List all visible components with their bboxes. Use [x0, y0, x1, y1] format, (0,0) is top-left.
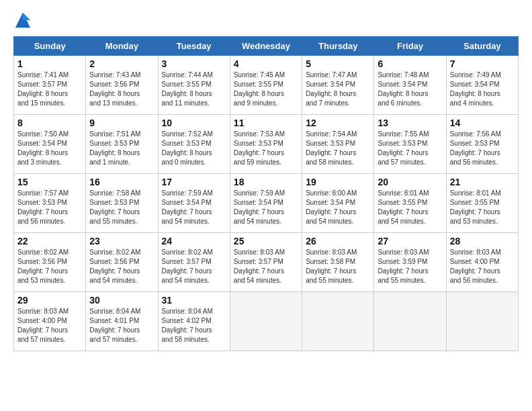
logo-icon [13, 11, 32, 30]
day-number: 29 [17, 295, 82, 306]
cell-text: Sunrise: 7:54 AMSunset: 3:53 PMDaylight:… [306, 130, 370, 167]
svg-marker-1 [23, 13, 30, 20]
day-number: 18 [234, 177, 298, 187]
day-number: 30 [89, 295, 154, 306]
day-cell: 31Sunrise: 8:04 AMSunset: 4:02 PMDayligh… [158, 292, 230, 351]
cell-text: Sunrise: 7:43 AMSunset: 3:56 PMDaylight:… [89, 71, 154, 108]
cell-text: Sunrise: 7:45 AMSunset: 3:55 PMDaylight:… [234, 71, 298, 108]
cell-text: Sunrise: 7:50 AMSunset: 3:54 PMDaylight:… [17, 130, 82, 167]
cell-text: Sunrise: 8:04 AMSunset: 4:02 PMDaylight:… [162, 307, 226, 345]
weekday-thursday: Thursday [302, 37, 374, 56]
day-number: 1 [17, 58, 82, 69]
cell-text: Sunrise: 8:03 AMSunset: 4:00 PMDaylight:… [450, 248, 515, 285]
day-number: 4 [234, 58, 298, 69]
day-cell: 23Sunrise: 8:02 AMSunset: 3:56 PMDayligh… [86, 233, 158, 292]
day-number: 23 [89, 236, 154, 246]
day-cell [374, 292, 446, 351]
week-row-2: 8Sunrise: 7:50 AMSunset: 3:54 PMDaylight… [14, 115, 519, 174]
cell-text: Sunrise: 8:03 AMSunset: 3:57 PMDaylight:… [234, 248, 298, 285]
day-cell: 15Sunrise: 7:57 AMSunset: 3:53 PMDayligh… [14, 174, 86, 233]
cell-text: Sunrise: 8:03 AMSunset: 3:59 PMDaylight:… [378, 248, 442, 285]
day-number: 7 [450, 58, 515, 69]
day-number: 10 [162, 118, 226, 128]
cell-text: Sunrise: 8:03 AMSunset: 4:00 PMDaylight:… [17, 307, 82, 345]
cell-text: Sunrise: 8:01 AMSunset: 3:55 PMDaylight:… [378, 189, 442, 226]
day-number: 22 [17, 236, 82, 246]
day-number: 26 [306, 236, 370, 246]
day-number: 2 [89, 58, 154, 69]
cell-text: Sunrise: 7:41 AMSunset: 3:57 PMDaylight:… [17, 71, 82, 108]
day-number: 12 [306, 118, 370, 128]
cell-text: Sunrise: 7:58 AMSunset: 3:53 PMDaylight:… [89, 189, 154, 226]
cell-text: Sunrise: 8:03 AMSunset: 3:58 PMDaylight:… [306, 248, 370, 285]
day-cell: 21Sunrise: 8:01 AMSunset: 3:55 PMDayligh… [446, 174, 518, 233]
day-number: 31 [162, 295, 226, 306]
day-cell: 3Sunrise: 7:44 AMSunset: 3:55 PMDaylight… [158, 56, 230, 115]
weekday-tuesday: Tuesday [158, 37, 230, 56]
cell-text: Sunrise: 8:01 AMSunset: 3:55 PMDaylight:… [450, 189, 515, 226]
day-number: 28 [450, 236, 515, 246]
day-number: 14 [450, 118, 515, 128]
weekday-sunday: Sunday [14, 37, 86, 56]
cell-text: Sunrise: 7:59 AMSunset: 3:54 PMDaylight:… [162, 189, 226, 226]
day-cell: 8Sunrise: 7:50 AMSunset: 3:54 PMDaylight… [14, 115, 86, 174]
week-row-1: 1Sunrise: 7:41 AMSunset: 3:57 PMDaylight… [14, 56, 519, 115]
day-cell: 17Sunrise: 7:59 AMSunset: 3:54 PMDayligh… [158, 174, 230, 233]
day-cell: 7Sunrise: 7:49 AMSunset: 3:54 PMDaylight… [446, 56, 518, 115]
day-number: 27 [378, 236, 442, 246]
day-cell: 1Sunrise: 7:41 AMSunset: 3:57 PMDaylight… [14, 56, 86, 115]
day-number: 8 [17, 118, 82, 128]
day-number: 13 [378, 118, 442, 128]
weekday-wednesday: Wednesday [230, 37, 302, 56]
cell-text: Sunrise: 7:53 AMSunset: 3:53 PMDaylight:… [234, 130, 298, 167]
day-number: 9 [89, 118, 154, 128]
page: SundayMondayTuesdayWednesdayThursdayFrid… [0, 0, 532, 411]
day-cell: 26Sunrise: 8:03 AMSunset: 3:58 PMDayligh… [302, 233, 374, 292]
cell-text: Sunrise: 7:48 AMSunset: 3:54 PMDaylight:… [378, 71, 442, 108]
day-number: 3 [162, 58, 226, 69]
day-number: 25 [234, 236, 298, 246]
cell-text: Sunrise: 8:02 AMSunset: 3:57 PMDaylight:… [162, 248, 226, 285]
day-cell: 20Sunrise: 8:01 AMSunset: 3:55 PMDayligh… [374, 174, 446, 233]
day-cell: 18Sunrise: 7:59 AMSunset: 3:54 PMDayligh… [230, 174, 302, 233]
cell-text: Sunrise: 7:59 AMSunset: 3:54 PMDaylight:… [234, 189, 298, 226]
day-number: 19 [306, 177, 370, 187]
day-number: 11 [234, 118, 298, 128]
day-number: 16 [89, 177, 154, 187]
day-cell: 11Sunrise: 7:53 AMSunset: 3:53 PMDayligh… [230, 115, 302, 174]
cell-text: Sunrise: 7:47 AMSunset: 3:54 PMDaylight:… [306, 71, 370, 108]
day-cell: 4Sunrise: 7:45 AMSunset: 3:55 PMDaylight… [230, 56, 302, 115]
day-cell: 10Sunrise: 7:52 AMSunset: 3:53 PMDayligh… [158, 115, 230, 174]
weekday-saturday: Saturday [446, 37, 518, 56]
day-number: 15 [17, 177, 82, 187]
cell-text: Sunrise: 7:44 AMSunset: 3:55 PMDaylight:… [162, 71, 226, 108]
day-cell: 16Sunrise: 7:58 AMSunset: 3:53 PMDayligh… [86, 174, 158, 233]
day-cell [446, 292, 518, 351]
day-cell: 5Sunrise: 7:47 AMSunset: 3:54 PMDaylight… [302, 56, 374, 115]
cell-text: Sunrise: 8:02 AMSunset: 3:56 PMDaylight:… [17, 248, 82, 285]
cell-text: Sunrise: 8:00 AMSunset: 3:54 PMDaylight:… [306, 189, 370, 226]
day-cell: 13Sunrise: 7:55 AMSunset: 3:53 PMDayligh… [374, 115, 446, 174]
cell-text: Sunrise: 8:04 AMSunset: 4:01 PMDaylight:… [89, 307, 154, 345]
header-area [13, 11, 519, 30]
cell-text: Sunrise: 7:51 AMSunset: 3:53 PMDaylight:… [89, 130, 154, 167]
day-cell: 14Sunrise: 7:56 AMSunset: 3:53 PMDayligh… [446, 115, 518, 174]
logo [13, 11, 35, 30]
day-number: 20 [378, 177, 442, 187]
day-cell: 2Sunrise: 7:43 AMSunset: 3:56 PMDaylight… [86, 56, 158, 115]
cell-text: Sunrise: 7:52 AMSunset: 3:53 PMDaylight:… [162, 130, 226, 167]
cell-text: Sunrise: 7:55 AMSunset: 3:53 PMDaylight:… [378, 130, 442, 167]
calendar-table: SundayMondayTuesdayWednesdayThursdayFrid… [13, 36, 519, 351]
day-cell: 6Sunrise: 7:48 AMSunset: 3:54 PMDaylight… [374, 56, 446, 115]
weekday-monday: Monday [86, 37, 158, 56]
week-row-3: 15Sunrise: 7:57 AMSunset: 3:53 PMDayligh… [14, 174, 519, 233]
cell-text: Sunrise: 7:56 AMSunset: 3:53 PMDaylight:… [450, 130, 515, 167]
day-number: 17 [162, 177, 226, 187]
day-cell [230, 292, 302, 351]
cell-text: Sunrise: 7:57 AMSunset: 3:53 PMDaylight:… [17, 189, 82, 226]
weekday-header-row: SundayMondayTuesdayWednesdayThursdayFrid… [14, 37, 519, 56]
cell-text: Sunrise: 7:49 AMSunset: 3:54 PMDaylight:… [450, 71, 515, 108]
day-cell: 25Sunrise: 8:03 AMSunset: 3:57 PMDayligh… [230, 233, 302, 292]
day-cell: 27Sunrise: 8:03 AMSunset: 3:59 PMDayligh… [374, 233, 446, 292]
week-row-4: 22Sunrise: 8:02 AMSunset: 3:56 PMDayligh… [14, 233, 519, 292]
